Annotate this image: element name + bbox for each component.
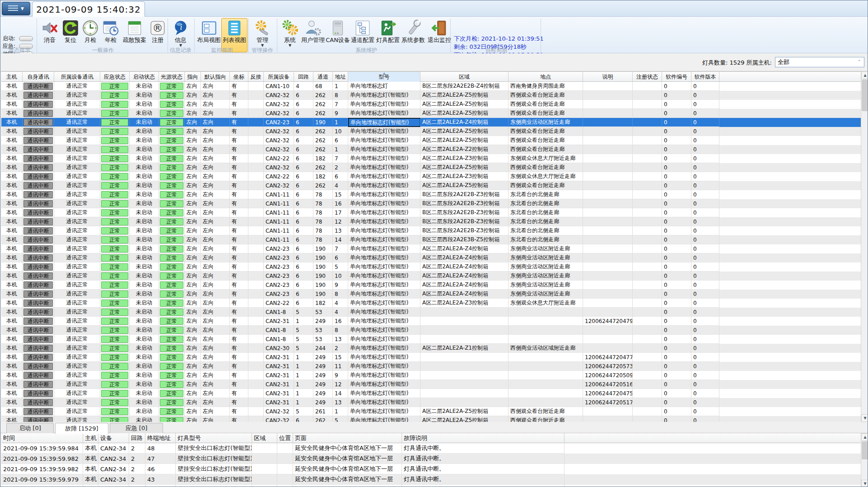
main-scrollbar[interactable]: ▲ ▼ (861, 71, 868, 422)
scrollbar-thumb[interactable] (862, 80, 868, 111)
table-row[interactable]: 本机通讯中断通讯正常正常未启动正常左向左向有CAN2-3262628单向地埋标志… (1, 91, 861, 100)
cell-reg (633, 317, 662, 326)
cell-rev (248, 416, 264, 422)
scroll-up-icon[interactable]: ▲ (861, 71, 868, 79)
cell-dev: CAN1-8 (264, 308, 294, 317)
table-row[interactable]: 本机通讯中断通讯正常正常未启动正常左向左向有CAN2-3252611单向地埋标志… (1, 407, 861, 416)
table-row[interactable]: 本机通讯中断通讯正常正常未启动正常左向左向有CAN2-2361906单向地埋标志… (1, 253, 861, 262)
fault-row[interactable]: 2021-09-09 15:39:59.982本机CAN2-34246壁挂安全出… (1, 464, 861, 474)
table-row[interactable]: 本机通讯中断通讯正常正常未启动正常左向左向有CAN2-31124912单向地埋标… (1, 380, 861, 389)
fault-row[interactable]: 2021-09-09 15:39:59.978本机CAN2-34242壁挂安全出… (1, 485, 861, 487)
column-header-note[interactable]: 说明 (583, 72, 633, 82)
main-menu-button[interactable]: ▼ (2, 2, 30, 15)
column-header-sw_ver[interactable]: 软件版本 (691, 72, 719, 82)
table-row[interactable]: 本机通讯中断通讯正常正常未启动正常左向左向有CAN2-2361905单向地埋标志… (1, 262, 861, 272)
table-row[interactable]: 本机通讯中断通讯正常正常未启动正常左向左向有CAN2-31124911单向地埋标… (1, 362, 861, 371)
table-row[interactable]: 本机通讯中断通讯正常正常未启动正常左向左向有CAN2-2361907单向地埋标志… (1, 244, 861, 253)
table-row[interactable]: 本机通讯中断通讯正常正常未启动正常左向左向有CAN2-32626210单向地埋标… (1, 127, 861, 136)
column-header-dev[interactable]: 所属设备 (264, 72, 294, 82)
table-row[interactable]: 本机通讯中断通讯正常正常未启动正常左向左向有CAN2-2361901单向地埋标志… (1, 118, 861, 127)
column-header-model[interactable]: 型号▲ (348, 72, 420, 82)
column-header-light[interactable]: 光源状态 (159, 72, 185, 82)
fault-column-header-page[interactable]: 页面 (293, 433, 402, 443)
column-header-loc[interactable]: 地点 (509, 72, 583, 82)
table-row[interactable]: 本机通讯中断通讯正常正常未启动正常左向左向有CAN1-85538单向地埋标志灯(… (1, 326, 861, 335)
table-row[interactable]: 本机通讯中断通讯正常正常未启动正常左向左向有CAN2-23619010单向地埋标… (1, 272, 861, 281)
cell-light: 正常 (159, 145, 185, 154)
fault-row[interactable]: 2021-09-09 15:39:59.979本机CAN2-34243壁挂安全出… (1, 474, 861, 485)
table-row[interactable]: 本机通讯中断通讯正常正常未启动正常左向左向有CAN1-1167813单向地埋标志… (1, 226, 861, 235)
scroll-down-icon[interactable]: ▼ (861, 414, 868, 422)
fault-row[interactable]: 2021-09-09 15:39:59.982本机CAN2-34247壁挂安全出… (1, 454, 861, 464)
table-row[interactable]: 本机通讯中断通讯正常正常未启动正常左向左向有CAN2-3112499单向地埋标志… (1, 371, 861, 380)
table-row[interactable]: 本机通讯中断通讯正常正常未启动正常左向左向有CAN1-1167812单向地埋标志… (1, 217, 861, 226)
fault-column-header-fault[interactable]: 故障说明 (402, 433, 565, 443)
cell-coord: 有 (230, 199, 248, 208)
fault-column-header-loop[interactable]: 回路 (129, 433, 145, 443)
table-row[interactable]: 本机通讯中断通讯正常正常未启动正常左向左向有CAN1-1167816单向地埋标志… (1, 199, 861, 208)
column-header-rev[interactable]: 反接 (248, 72, 264, 82)
table-row[interactable]: 本机通讯中断通讯正常正常未启动正常左向左向有CAN2-2261827单向地埋标志… (1, 154, 861, 163)
table-row[interactable]: 本机通讯中断通讯正常正常未启动正常左向左向有CAN2-31124914单向地埋标… (1, 389, 861, 398)
fault-column-header-model[interactable]: 灯具型号 (176, 433, 252, 443)
scroll-up-icon[interactable]: ▲ (861, 433, 868, 441)
table-row[interactable]: 本机通讯中断通讯正常正常未启动正常左向左向有CAN2-3262625单向地埋标志… (1, 416, 861, 422)
fault-column-header-area[interactable]: 区域 (252, 433, 277, 443)
table-row[interactable]: 本机通讯中断通讯正常正常未启动正常左向左向有CAN2-3052442单向地埋标志… (1, 344, 861, 353)
scrollbar-thumb[interactable] (862, 441, 868, 459)
table-row[interactable]: 本机通讯中断通讯正常正常未启动正常左向左向有CAN1-85534单向地埋标志灯(… (1, 308, 861, 317)
table-row[interactable]: 本机通讯中断通讯正常正常未启动正常左向左向有CAN2-3262622单向地埋标志… (1, 163, 861, 172)
fault-scrollbar[interactable]: ▲ ▼ (861, 433, 868, 487)
table-row[interactable]: 本机通讯中断通讯正常正常未启动正常左向左向有CAN2-2361908单向地埋标志… (1, 290, 861, 299)
fault-column-header-pos[interactable]: 位置 (277, 433, 293, 443)
fault-column-header-taddr[interactable]: 终端地址 (145, 433, 176, 443)
table-row[interactable]: 本机通讯中断通讯正常正常未启动正常左向左向有CAN2-2261826单向地埋标志… (1, 172, 861, 181)
column-header-reg[interactable]: 注册状态 (633, 72, 662, 82)
tab-emergency[interactable]: 应急 [0] (110, 423, 163, 433)
table-row[interactable]: 本机通讯中断通讯正常正常未启动正常左向左向有CAN1-855313单向地埋标志灯… (1, 335, 861, 344)
fault-cell-pos (277, 474, 293, 485)
table-row[interactable]: 本机通讯中断通讯正常正常未启动正常左向左向有CAN2-2361909单向地埋标志… (1, 281, 861, 290)
table-row[interactable]: 本机通讯中断通讯正常正常未启动正常左向左向有CAN2-31124915单向地埋标… (1, 353, 861, 362)
fault-row[interactable]: 2021-09-09 15:39:59.984本机CAN2-34248壁挂安全出… (1, 443, 861, 454)
cell-light: 正常 (159, 235, 185, 244)
column-header-host[interactable]: 主机 (1, 72, 23, 82)
ribbon-button-label: 注册 (152, 37, 163, 43)
column-header-area[interactable]: 区域 (420, 72, 509, 82)
tab-start[interactable]: 启动 [0] (6, 423, 54, 433)
column-header-addr[interactable]: 地址 (333, 72, 348, 82)
tab-fault[interactable]: 故障 [1529] (55, 423, 108, 434)
table-row[interactable]: 本机通讯中断通讯正常正常未启动正常左向左向有CAN2-31124913单向地埋标… (1, 398, 861, 407)
table-row[interactable]: 本机通讯中断通讯正常正常未启动正常左向左向有CAN1-104681单向地埋标志灯… (1, 82, 861, 91)
column-header-coord[interactable]: 坐标 (230, 72, 248, 82)
table-row[interactable]: 本机通讯中断通讯正常正常未启动正常左向左向有CAN2-3262624单向地埋标志… (1, 181, 861, 190)
fault-column-header-time[interactable]: 时间 (1, 433, 83, 443)
table-row[interactable]: 本机通讯中断通讯正常正常未启动正常左向左向有CAN2-3262621单向地埋标志… (1, 145, 861, 154)
ok-status-badge: 正常 (101, 327, 128, 334)
column-header-dir_def[interactable]: 默认指向 (201, 72, 230, 82)
table-row[interactable]: 本机通讯中断通讯正常正常未启动正常左向左向有CAN2-31124916单向地埋标… (1, 317, 861, 326)
table-row[interactable]: 本机通讯中断通讯正常正常未启动正常左向左向有CAN2-3262629单向地埋标志… (1, 109, 861, 118)
cell-reg (633, 371, 662, 380)
column-header-sw_no[interactable]: 软件编号 (662, 72, 691, 82)
column-header-ch[interactable]: 通道 (313, 72, 333, 82)
column-header-emergency[interactable]: 应急状态 (100, 72, 130, 82)
column-header-start[interactable]: 启动状态 (130, 72, 159, 82)
column-header-loop[interactable]: 回路 (294, 72, 313, 82)
fault-column-header-host[interactable]: 主机 (83, 433, 98, 443)
table-row[interactable]: 本机通讯中断通讯正常正常未启动正常左向左向有CAN2-3262626单向地埋标志… (1, 136, 861, 145)
column-header-comm_dev[interactable]: 所属设备通讯 (54, 72, 100, 82)
cell-light: 正常 (159, 190, 185, 199)
host-select[interactable]: 全部 ˅ (775, 57, 864, 67)
table-row[interactable]: 本机通讯中断通讯正常正常未启动正常左向左向有CAN2-2261824单向地埋标志… (1, 299, 861, 308)
cell-light: 正常 (159, 208, 185, 217)
table-row[interactable]: 本机通讯中断通讯正常正常未启动正常左向左向有CAN1-1167814单向地埋标志… (1, 235, 861, 244)
scroll-down-icon[interactable]: ▼ (861, 480, 868, 487)
table-row[interactable]: 本机通讯中断通讯正常正常未启动正常左向左向有CAN2-3262627单向地埋标志… (1, 100, 861, 109)
column-header-dir[interactable]: 指向 (185, 72, 201, 82)
table-row[interactable]: 本机通讯中断通讯正常正常未启动正常左向左向有CAN1-1167815单向地埋标志… (1, 190, 861, 199)
cell-area: A区二层2ALE2A-Z5控制箱 (420, 109, 509, 118)
fault-column-header-dev[interactable]: 设备 (98, 433, 129, 443)
table-row[interactable]: 本机通讯中断通讯正常正常未启动正常左向左向有CAN1-1167817单向地埋标志… (1, 208, 861, 217)
column-header-comm_self[interactable]: 自身通讯 (23, 72, 54, 82)
